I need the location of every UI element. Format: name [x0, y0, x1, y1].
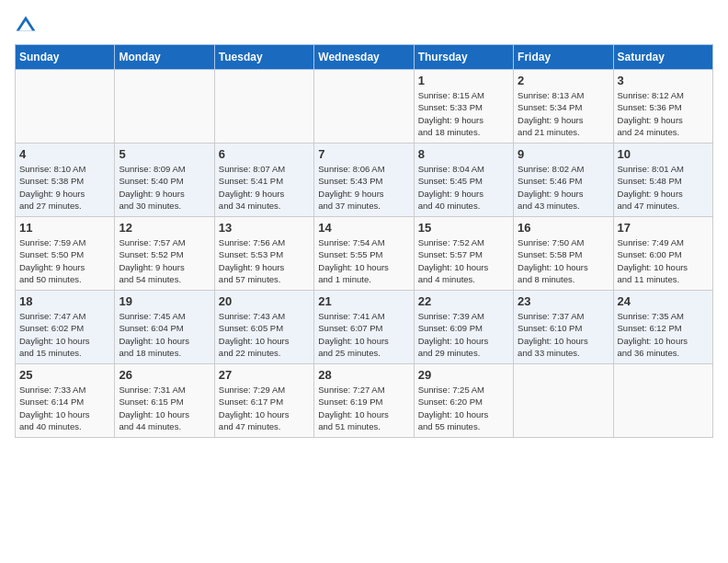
- day-info: Sunrise: 8:13 AM Sunset: 5:34 PM Dayligh…: [518, 89, 609, 138]
- calendar-cell: 27Sunrise: 7:29 AM Sunset: 6:17 PM Dayli…: [214, 364, 313, 438]
- week-row-0: 1Sunrise: 8:15 AM Sunset: 5:33 PM Daylig…: [16, 70, 713, 144]
- day-number: 27: [219, 368, 310, 382]
- calendar-cell: 6Sunrise: 8:07 AM Sunset: 5:41 PM Daylig…: [214, 144, 313, 217]
- calendar-cell: 28Sunrise: 7:27 AM Sunset: 6:19 PM Dayli…: [314, 364, 414, 438]
- day-number: 14: [318, 221, 409, 235]
- day-info: Sunrise: 8:10 AM Sunset: 5:38 PM Dayligh…: [19, 163, 110, 212]
- day-number: 17: [618, 221, 709, 235]
- calendar-cell: 13Sunrise: 7:56 AM Sunset: 5:53 PM Dayli…: [214, 217, 313, 291]
- day-number: 7: [318, 147, 409, 161]
- calendar-cell: 26Sunrise: 7:31 AM Sunset: 6:15 PM Dayli…: [115, 364, 214, 438]
- day-info: Sunrise: 7:56 AM Sunset: 5:53 PM Dayligh…: [219, 236, 310, 285]
- day-number: 4: [19, 147, 110, 161]
- calendar-cell: 5Sunrise: 8:09 AM Sunset: 5:40 PM Daylig…: [115, 144, 214, 217]
- calendar-cell: [314, 70, 414, 144]
- calendar-cell: 1Sunrise: 8:15 AM Sunset: 5:33 PM Daylig…: [414, 70, 513, 144]
- day-info: Sunrise: 8:09 AM Sunset: 5:40 PM Dayligh…: [119, 163, 210, 212]
- calendar-cell: 22Sunrise: 7:39 AM Sunset: 6:09 PM Dayli…: [414, 291, 513, 364]
- week-row-2: 11Sunrise: 7:59 AM Sunset: 5:50 PM Dayli…: [16, 217, 713, 291]
- day-number: 9: [518, 147, 609, 161]
- day-info: Sunrise: 8:04 AM Sunset: 5:45 PM Dayligh…: [418, 163, 509, 212]
- week-row-4: 25Sunrise: 7:33 AM Sunset: 6:14 PM Dayli…: [16, 364, 713, 438]
- calendar-cell: 23Sunrise: 7:37 AM Sunset: 6:10 PM Dayli…: [514, 291, 613, 364]
- day-number: 20: [219, 294, 310, 308]
- day-info: Sunrise: 7:35 AM Sunset: 6:12 PM Dayligh…: [618, 310, 709, 359]
- calendar-header: SundayMondayTuesdayWednesdayThursdayFrid…: [16, 45, 713, 70]
- calendar-cell: 9Sunrise: 8:02 AM Sunset: 5:46 PM Daylig…: [514, 144, 613, 217]
- day-number: 10: [618, 147, 709, 161]
- day-info: Sunrise: 7:59 AM Sunset: 5:50 PM Dayligh…: [19, 236, 110, 285]
- day-number: 12: [119, 221, 210, 235]
- calendar-cell: 20Sunrise: 7:43 AM Sunset: 6:05 PM Dayli…: [214, 291, 313, 364]
- calendar-cell: 19Sunrise: 7:45 AM Sunset: 6:04 PM Dayli…: [115, 291, 214, 364]
- logo: [15, 15, 40, 37]
- day-info: Sunrise: 8:02 AM Sunset: 5:46 PM Dayligh…: [518, 163, 609, 212]
- week-row-3: 18Sunrise: 7:47 AM Sunset: 6:02 PM Dayli…: [16, 291, 713, 364]
- header-friday: Friday: [514, 45, 613, 70]
- calendar-cell: 18Sunrise: 7:47 AM Sunset: 6:02 PM Dayli…: [16, 291, 115, 364]
- day-number: 18: [19, 294, 110, 308]
- day-number: 3: [618, 74, 709, 87]
- calendar-cell: 2Sunrise: 8:13 AM Sunset: 5:34 PM Daylig…: [514, 70, 613, 144]
- day-number: 29: [418, 368, 509, 382]
- day-number: 28: [318, 368, 409, 382]
- day-info: Sunrise: 8:01 AM Sunset: 5:48 PM Dayligh…: [618, 163, 709, 212]
- calendar-cell: 4Sunrise: 8:10 AM Sunset: 5:38 PM Daylig…: [16, 144, 115, 217]
- day-number: 23: [518, 294, 609, 308]
- header-tuesday: Tuesday: [214, 45, 313, 70]
- day-info: Sunrise: 7:29 AM Sunset: 6:17 PM Dayligh…: [219, 384, 310, 432]
- header-wednesday: Wednesday: [314, 45, 414, 70]
- day-number: 25: [19, 368, 110, 382]
- week-row-1: 4Sunrise: 8:10 AM Sunset: 5:38 PM Daylig…: [16, 144, 713, 217]
- calendar-cell: 7Sunrise: 8:06 AM Sunset: 5:43 PM Daylig…: [314, 144, 414, 217]
- calendar-cell: 29Sunrise: 7:25 AM Sunset: 6:20 PM Dayli…: [414, 364, 513, 438]
- day-number: 2: [518, 74, 609, 87]
- calendar-cell: 17Sunrise: 7:49 AM Sunset: 6:00 PM Dayli…: [613, 217, 712, 291]
- day-number: 16: [518, 221, 609, 235]
- day-info: Sunrise: 7:54 AM Sunset: 5:55 PM Dayligh…: [318, 236, 409, 285]
- calendar-cell: 16Sunrise: 7:50 AM Sunset: 5:58 PM Dayli…: [514, 217, 613, 291]
- day-number: 13: [219, 221, 310, 235]
- day-number: 5: [119, 147, 210, 161]
- calendar-cell: 21Sunrise: 7:41 AM Sunset: 6:07 PM Dayli…: [314, 291, 414, 364]
- calendar-cell: 11Sunrise: 7:59 AM Sunset: 5:50 PM Dayli…: [16, 217, 115, 291]
- day-info: Sunrise: 7:41 AM Sunset: 6:07 PM Dayligh…: [318, 310, 409, 359]
- day-info: Sunrise: 7:33 AM Sunset: 6:14 PM Dayligh…: [19, 384, 110, 432]
- calendar-cell: 25Sunrise: 7:33 AM Sunset: 6:14 PM Dayli…: [16, 364, 115, 438]
- calendar-cell: 14Sunrise: 7:54 AM Sunset: 5:55 PM Dayli…: [314, 217, 414, 291]
- day-number: 11: [19, 221, 110, 235]
- day-number: 24: [618, 294, 709, 308]
- day-info: Sunrise: 7:57 AM Sunset: 5:52 PM Dayligh…: [119, 236, 210, 285]
- calendar-table: SundayMondayTuesdayWednesdayThursdayFrid…: [15, 44, 713, 438]
- calendar-cell: 12Sunrise: 7:57 AM Sunset: 5:52 PM Dayli…: [115, 217, 214, 291]
- day-info: Sunrise: 7:25 AM Sunset: 6:20 PM Dayligh…: [418, 384, 509, 432]
- day-number: 26: [119, 368, 210, 382]
- day-info: Sunrise: 7:50 AM Sunset: 5:58 PM Dayligh…: [518, 236, 609, 285]
- header-thursday: Thursday: [414, 45, 513, 70]
- header-saturday: Saturday: [613, 45, 712, 70]
- day-info: Sunrise: 7:43 AM Sunset: 6:05 PM Dayligh…: [219, 310, 310, 359]
- day-info: Sunrise: 7:49 AM Sunset: 6:00 PM Dayligh…: [618, 236, 709, 285]
- header: [15, 15, 713, 37]
- calendar-cell: [214, 70, 313, 144]
- day-number: 22: [418, 294, 509, 308]
- calendar-cell: [514, 364, 613, 438]
- day-number: 15: [418, 221, 509, 235]
- calendar-cell: [613, 364, 712, 438]
- calendar-cell: [16, 70, 115, 144]
- calendar-cell: [115, 70, 214, 144]
- day-number: 8: [418, 147, 509, 161]
- day-number: 1: [418, 74, 509, 87]
- day-info: Sunrise: 7:45 AM Sunset: 6:04 PM Dayligh…: [119, 310, 210, 359]
- day-info: Sunrise: 7:47 AM Sunset: 6:02 PM Dayligh…: [19, 310, 110, 359]
- day-info: Sunrise: 8:06 AM Sunset: 5:43 PM Dayligh…: [318, 163, 409, 212]
- calendar-cell: 8Sunrise: 8:04 AM Sunset: 5:45 PM Daylig…: [414, 144, 513, 217]
- calendar-body: 1Sunrise: 8:15 AM Sunset: 5:33 PM Daylig…: [16, 70, 713, 438]
- calendar-cell: 3Sunrise: 8:12 AM Sunset: 5:36 PM Daylig…: [613, 70, 712, 144]
- header-monday: Monday: [115, 45, 214, 70]
- calendar-cell: 24Sunrise: 7:35 AM Sunset: 6:12 PM Dayli…: [613, 291, 712, 364]
- day-info: Sunrise: 7:39 AM Sunset: 6:09 PM Dayligh…: [418, 310, 509, 359]
- calendar-cell: 15Sunrise: 7:52 AM Sunset: 5:57 PM Dayli…: [414, 217, 513, 291]
- header-row: SundayMondayTuesdayWednesdayThursdayFrid…: [16, 45, 713, 70]
- logo-icon: [15, 15, 37, 37]
